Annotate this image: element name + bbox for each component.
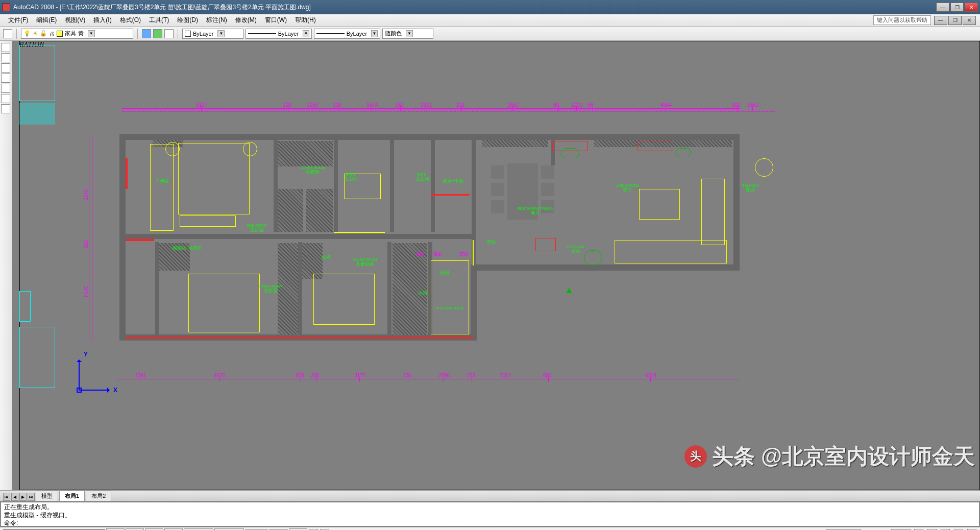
plant-icon bbox=[676, 148, 691, 157]
layer-previous-icon[interactable] bbox=[142, 29, 151, 38]
north-arrow-icon: ▲ bbox=[565, 285, 574, 296]
chevron-down-icon[interactable]: ▼ bbox=[88, 30, 95, 37]
red-marker bbox=[126, 337, 473, 339]
lineweight-combo[interactable]: ByLayer ▼ bbox=[314, 29, 380, 39]
furniture-kitchen bbox=[431, 260, 469, 334]
chevron-down-icon[interactable]: ▼ bbox=[217, 30, 225, 37]
chevron-down-icon[interactable]: ▼ bbox=[303, 30, 309, 37]
line-tool-icon[interactable] bbox=[1, 43, 10, 52]
menu-edit[interactable]: 编辑(E) bbox=[32, 16, 61, 25]
furniture-chair bbox=[491, 200, 504, 213]
layer-tools-icon[interactable] bbox=[164, 29, 174, 38]
wall bbox=[119, 134, 126, 341]
menu-tools[interactable]: 工具(T) bbox=[145, 16, 173, 25]
linetype-combo[interactable]: ByLayer ▼ bbox=[246, 29, 312, 39]
window-title: AutoCAD 2008 - [E:\工作\2022\蓝靛厂翠叠园3号楼2单元 … bbox=[13, 3, 311, 12]
dimension-value: 100 bbox=[283, 102, 291, 108]
menu-draw[interactable]: 绘图(D) bbox=[173, 16, 202, 25]
ref-block bbox=[19, 45, 55, 101]
polyline-tool-icon[interactable] bbox=[1, 53, 10, 62]
dimension-value: 3214 bbox=[83, 286, 88, 297]
menu-bar: 文件(F) 编辑(E) 视图(V) 插入(I) 格式(O) 工具(T) 绘图(D… bbox=[0, 14, 980, 27]
layer-color-swatch bbox=[57, 31, 63, 37]
plant-icon bbox=[561, 148, 579, 158]
status-bar: 603.6485, 12685.3105, 0.0000 捕捉 栅格 正交 极轴… bbox=[0, 527, 980, 530]
wall bbox=[126, 234, 476, 239]
menu-modify[interactable]: 修改(M) bbox=[231, 16, 261, 25]
wall bbox=[334, 140, 338, 232]
dimension-value: 2250 bbox=[307, 102, 318, 108]
tab-next-icon[interactable]: ▶ bbox=[19, 493, 27, 501]
tab-first-icon[interactable]: ⏮ bbox=[3, 493, 10, 501]
menu-dimension[interactable]: 标注(N) bbox=[202, 16, 231, 25]
tab-model[interactable]: 模型 bbox=[36, 491, 58, 501]
wall bbox=[733, 134, 740, 271]
maximize-button[interactable]: ❐ bbox=[950, 3, 964, 12]
room-label: 榻榻米 书房区 bbox=[173, 246, 202, 251]
hatch-tool-icon[interactable] bbox=[1, 94, 10, 103]
menu-file[interactable]: 文件(F) bbox=[4, 16, 32, 25]
dimension-value: 200 bbox=[732, 102, 741, 108]
room-label: 厨房 bbox=[440, 271, 449, 276]
layer-states-icon[interactable] bbox=[153, 29, 162, 38]
circle-tool-icon[interactable] bbox=[1, 63, 10, 73]
room-label: LIVING ROOM次卧室 bbox=[259, 284, 283, 294]
chevron-down-icon[interactable]: ▼ bbox=[406, 30, 413, 37]
ref-block bbox=[19, 327, 55, 388]
dimension-value: 231 bbox=[456, 102, 465, 108]
tab-layout2[interactable]: 布局2 bbox=[86, 491, 111, 501]
dimension-line-top bbox=[122, 108, 740, 109]
rectangle-tool-icon[interactable] bbox=[1, 84, 10, 93]
command-input[interactable] bbox=[20, 520, 976, 526]
plotstyle-combo[interactable]: 随颜色 ▼ bbox=[382, 29, 433, 39]
help-search-input[interactable]: 键入问题以获取帮助 bbox=[873, 15, 931, 25]
room-label: KITCHEN ROOM bbox=[436, 306, 463, 310]
layer-combo[interactable]: 💡☀🔓🖨 家具-黄 ▼ bbox=[21, 29, 133, 39]
menu-format[interactable]: 格式(O) bbox=[116, 16, 145, 25]
furniture-chair bbox=[541, 183, 554, 196]
tab-prev-icon[interactable]: ◀ bbox=[11, 493, 18, 501]
dimension-value: 4625 bbox=[214, 373, 225, 378]
ucs-icon: Y X bbox=[79, 360, 80, 391]
color-combo[interactable]: ByLayer ▼ bbox=[182, 29, 243, 39]
furniture-lamp bbox=[243, 142, 257, 156]
arc-tool-icon[interactable] bbox=[1, 74, 10, 83]
dimension-value: 600 bbox=[296, 373, 304, 378]
door-opening bbox=[473, 240, 474, 266]
color-value: ByLayer bbox=[193, 31, 213, 37]
menu-insert[interactable]: 插入(I) bbox=[89, 16, 115, 25]
menu-help[interactable]: 帮助(H) bbox=[291, 16, 320, 25]
minimize-button[interactable]: — bbox=[936, 3, 949, 12]
chevron-down-icon[interactable]: ▼ bbox=[371, 30, 378, 37]
room-label: BATH.卫生间 bbox=[415, 173, 429, 182]
close-button[interactable]: ✕ bbox=[965, 3, 978, 12]
text-tool-icon[interactable] bbox=[1, 104, 10, 113]
menu-view[interactable]: 视图(V) bbox=[61, 16, 89, 25]
dimension-value: 3425 bbox=[83, 189, 88, 200]
drawing-canvas[interactable]: RATION bbox=[12, 41, 980, 490]
tab-layout1[interactable]: 布局1 bbox=[59, 491, 85, 501]
color-swatch-icon bbox=[185, 31, 191, 37]
dimension-value: 966 bbox=[433, 252, 442, 257]
red-marker bbox=[126, 158, 128, 189]
room-label: BALCONY阳台 bbox=[742, 184, 759, 193]
balcony-table bbox=[755, 158, 773, 177]
menu-window[interactable]: 窗口(W) bbox=[261, 16, 291, 25]
doc-minimize-button[interactable]: — bbox=[934, 16, 947, 25]
wall bbox=[155, 242, 159, 336]
dimension-value: 200 bbox=[83, 240, 88, 249]
command-history: 正在重生成布局。 重生成模型 - 缓存视口。 bbox=[4, 503, 71, 519]
dimension-value: 6204 bbox=[645, 373, 656, 378]
doc-restore-button[interactable]: ❐ bbox=[948, 16, 962, 25]
layer-manager-icon[interactable] bbox=[3, 29, 12, 38]
lineweight-value: ByLayer bbox=[347, 31, 367, 37]
tab-last-icon[interactable]: ⏭ bbox=[28, 493, 35, 501]
dimension-line-left-2 bbox=[92, 135, 92, 340]
hatch-block bbox=[482, 140, 548, 147]
doc-close-button[interactable]: ✕ bbox=[963, 16, 976, 25]
room-label: 淋浴+干蒸 bbox=[443, 179, 463, 184]
command-line[interactable]: 正在重生成布局。 重生成模型 - 缓存视口。 命令: bbox=[1, 502, 979, 526]
dimension-value: 1091 bbox=[135, 373, 146, 378]
draw-toolbar bbox=[0, 41, 12, 490]
door-opening bbox=[334, 232, 385, 233]
